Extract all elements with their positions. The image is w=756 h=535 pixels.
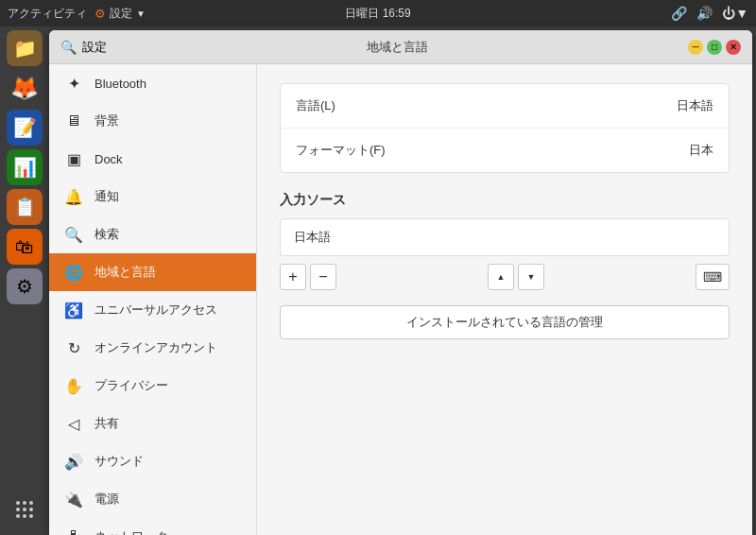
input-sources-list: 日本語: [280, 218, 730, 256]
dock: 📁 🦊 📝 📊 📋 🛍 ⚙: [0, 26, 49, 535]
grid-dot: [23, 514, 26, 518]
settings-indicator: ⚙ 設定 ▼: [94, 6, 146, 22]
grid-dot: [16, 508, 20, 511]
grid-dot: [29, 514, 33, 518]
language-value: 日本語: [677, 97, 713, 114]
dock-calc-icon[interactable]: 📊: [7, 149, 43, 185]
settings-gear-icon: ⚙: [94, 7, 106, 21]
manage-languages-button[interactable]: インストールされている言語の管理: [280, 305, 730, 339]
sidebar-label-dock: Dock: [94, 152, 241, 166]
settings-label: 設定: [110, 6, 132, 22]
sidebar-item-online-accounts[interactable]: ↻ オンラインアカウント: [49, 329, 256, 367]
content-area: ✦ Bluetooth 🖥 背景 ▣ Dock 🔔 通知 🔍: [49, 64, 752, 535]
keyboard-icon: ⌨: [703, 269, 722, 285]
sidebar-item-region[interactable]: 🌐 地域と言語: [49, 253, 256, 291]
settings-window: 🔍 設定 地域と言語 ─ □ ✕ ✦ Bluetooth 🖥 背景: [49, 30, 752, 535]
settings-icon-glyph: ⚙: [16, 275, 33, 298]
dock-impress-icon[interactable]: 📋: [7, 189, 43, 225]
writer-icon-glyph: 📝: [13, 116, 37, 139]
sidebar-label-privacy: プライバシー: [94, 377, 241, 394]
sidebar-item-background[interactable]: 🖥 背景: [49, 102, 256, 140]
sidebar-item-sharing[interactable]: ◁ 共有: [49, 405, 256, 442]
activities-button[interactable]: アクティビティ: [8, 6, 87, 22]
dock-icon-sidebar: ▣: [64, 149, 83, 168]
background-icon: 🖥: [64, 112, 83, 130]
bluetooth-icon: ✦: [64, 74, 83, 93]
sidebar-label-network: ネットワーク: [94, 528, 241, 535]
language-row[interactable]: 言語(L) 日本語: [281, 84, 729, 129]
sidebar-label-sharing: 共有: [94, 415, 241, 432]
format-value: 日本: [689, 142, 713, 159]
settings-dropdown-icon: ▼: [136, 9, 146, 19]
main-layout: 📁 🦊 📝 📊 📋 🛍 ⚙: [0, 26, 756, 535]
top-bar-left: アクティビティ ⚙ 設定 ▼: [8, 6, 146, 22]
format-row[interactable]: フォーマット(F) 日本: [281, 129, 729, 172]
minimize-button[interactable]: ─: [688, 40, 703, 55]
files-icon-glyph: 📁: [13, 37, 37, 60]
sidebar-label-search: 検索: [94, 226, 241, 243]
volume-icon: 🔊: [696, 6, 713, 21]
window-titlebar: 🔍 設定 地域と言語 ─ □ ✕: [49, 30, 752, 64]
network-status-icon: 🔗: [671, 6, 687, 21]
window-search-label: 設定: [82, 39, 107, 56]
chevron-up-icon: ▲: [497, 272, 506, 282]
maximize-button[interactable]: □: [707, 40, 722, 55]
sharing-icon: ◁: [64, 414, 83, 433]
power-menu-icon[interactable]: ⏻▼: [722, 6, 748, 21]
move-down-button[interactable]: ▼: [518, 264, 544, 290]
sidebar-item-network[interactable]: 🖧 ネットワーク: [49, 518, 256, 535]
search-icon: 🔍: [60, 40, 77, 55]
region-icon: 🌐: [64, 263, 83, 282]
sidebar-item-power[interactable]: 🔌 電源: [49, 480, 256, 518]
move-up-button[interactable]: ▲: [488, 264, 514, 290]
sidebar-item-dock[interactable]: ▣ Dock: [49, 140, 256, 178]
sidebar-item-search[interactable]: 🔍 検索: [49, 216, 256, 253]
close-button[interactable]: ✕: [726, 40, 741, 55]
format-label: フォーマット(F): [296, 142, 386, 159]
top-bar-right: 🔗 🔊 ⏻▼: [671, 6, 748, 21]
remove-input-source-button[interactable]: −: [310, 264, 336, 290]
dock-firefox-icon[interactable]: 🦊: [7, 70, 43, 106]
input-sources-toolbar: + − ▲ ▼ ⌨: [280, 264, 730, 290]
language-format-card: 言語(L) 日本語 フォーマット(F) 日本: [280, 83, 730, 173]
toolbar-spacer: [340, 264, 484, 290]
sidebar-item-universal[interactable]: ♿ ユニバーサルアクセス: [49, 291, 256, 329]
dock-writer-icon[interactable]: 📝: [7, 110, 43, 146]
grid-dot: [16, 514, 20, 518]
sidebar-item-sound[interactable]: 🔊 サウンド: [49, 442, 256, 480]
sidebar-label-power: 電源: [94, 491, 241, 508]
keyboard-layout-button[interactable]: ⌨: [696, 264, 730, 290]
grid-dot: [23, 501, 26, 505]
calc-icon-glyph: 📊: [13, 156, 37, 179]
window-search-area: 🔍 設定: [60, 39, 107, 56]
input-source-label: 日本語: [294, 230, 331, 244]
sidebar-item-notifications[interactable]: 🔔 通知: [49, 178, 256, 216]
dock-appstore-icon[interactable]: 🛍: [7, 229, 43, 265]
input-sources-section: 入力ソース 日本語 + − ▲ ▼: [280, 192, 730, 339]
sidebar-label-bluetooth: Bluetooth: [94, 77, 241, 91]
input-source-japanese[interactable]: 日本語: [281, 219, 729, 255]
sidebar-label-notifications: 通知: [94, 188, 241, 205]
privacy-icon: ✋: [64, 376, 83, 395]
online-accounts-icon: ↻: [64, 338, 83, 357]
appstore-icon-glyph: 🛍: [15, 236, 34, 258]
dock-settings-icon[interactable]: ⚙: [7, 268, 43, 304]
grid-dot: [29, 501, 33, 505]
dock-apps-grid-button[interactable]: [7, 492, 43, 527]
top-bar-datetime: 日曜日 16:59: [345, 6, 410, 22]
window-controls: ─ □ ✕: [688, 40, 741, 55]
universal-icon: ♿: [64, 301, 83, 319]
sidebar-item-privacy[interactable]: ✋ プライバシー: [49, 367, 256, 405]
sidebar-item-bluetooth[interactable]: ✦ Bluetooth: [49, 64, 256, 102]
grid-dots-icon: [16, 501, 34, 519]
dock-files-icon[interactable]: 📁: [7, 30, 43, 66]
notification-icon: 🔔: [64, 187, 83, 206]
sidebar-label-region: 地域と言語: [94, 264, 241, 281]
add-input-source-button[interactable]: +: [280, 264, 306, 290]
window-page-title: 地域と言語: [367, 39, 428, 56]
impress-icon-glyph: 📋: [13, 196, 37, 218]
grid-dot: [29, 508, 33, 511]
main-panel: 言語(L) 日本語 フォーマット(F) 日本 入力ソース 日本語: [257, 64, 752, 535]
sidebar: ✦ Bluetooth 🖥 背景 ▣ Dock 🔔 通知 🔍: [49, 64, 257, 535]
firefox-icon-glyph: 🦊: [10, 75, 39, 101]
